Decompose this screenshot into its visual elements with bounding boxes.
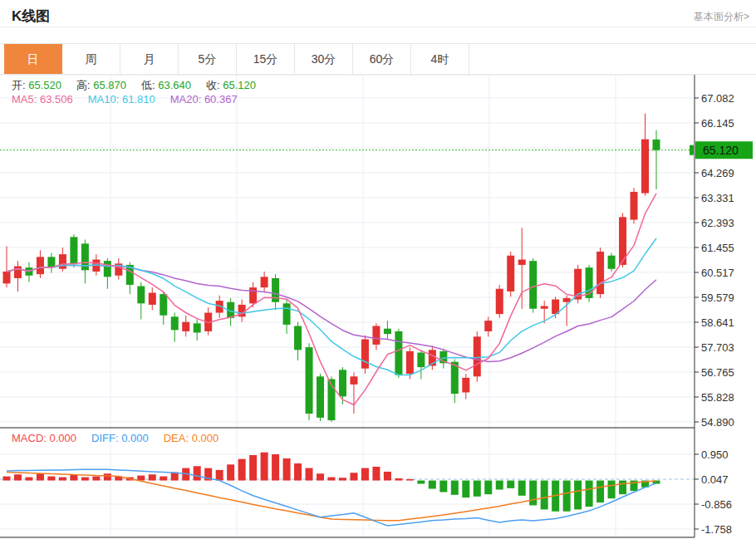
tab-30分[interactable]: 30分 [295, 44, 353, 74]
macd-bar [586, 481, 593, 507]
candle-body [47, 257, 55, 267]
tab-60分[interactable]: 60分 [353, 44, 411, 74]
candle-body [395, 331, 402, 375]
macd-axis-label: -0.856 [701, 498, 732, 511]
candle-body [474, 336, 481, 376]
macd-bar [59, 478, 66, 481]
macd-axis-label: 0.950 [701, 448, 729, 461]
macd-bar [249, 455, 257, 481]
macd-bar [372, 467, 380, 481]
candle-body [37, 257, 44, 274]
macd-bar [25, 478, 32, 481]
candle-body [361, 340, 369, 369]
fundamental-analysis-link[interactable]: 基本面分析> [694, 10, 749, 24]
candle-body [350, 376, 357, 385]
y-axis-label: 67.082 [701, 92, 734, 105]
candle-body [484, 321, 492, 331]
tab-15分[interactable]: 15分 [237, 44, 295, 74]
tab-5分[interactable]: 5分 [179, 44, 237, 74]
tab-4时[interactable]: 4时 [411, 44, 469, 74]
candle-body [372, 326, 380, 345]
candle-body [641, 140, 649, 194]
candle-body [529, 261, 537, 309]
macd-bar [317, 473, 324, 480]
title-divider [0, 27, 756, 27]
macd-bar [496, 481, 503, 490]
candle-body [14, 267, 22, 278]
candle-body [149, 293, 156, 305]
macd-bar [451, 481, 459, 495]
macd-bar [417, 481, 425, 484]
macd-bar [484, 481, 492, 495]
macd-bar [92, 477, 100, 481]
price-tag-marker [690, 145, 694, 155]
candle-body [249, 287, 257, 303]
candle-body [653, 140, 660, 150]
candle-body [70, 237, 77, 263]
y-axis-label: 64.269 [701, 167, 734, 179]
tab-月[interactable]: 月 [120, 44, 179, 74]
kline-chart: 67.08266.14564.26963.33162.39361.45560.5… [0, 73, 756, 539]
candle-body [160, 294, 167, 316]
candle-body [3, 272, 11, 283]
candle-body [283, 303, 291, 325]
macd-bar [384, 472, 391, 481]
candle-body [317, 376, 324, 418]
y-axis-label: 63.331 [701, 192, 734, 204]
macd-bar [361, 468, 369, 481]
candle-body [496, 289, 503, 314]
current-price-label: 65.120 [703, 144, 739, 157]
candle-body [339, 370, 346, 396]
candle-body [518, 260, 526, 265]
macd-bar [238, 459, 246, 481]
macd-bar [160, 477, 167, 481]
candle-body [194, 323, 201, 332]
y-axis-label: 59.579 [701, 292, 734, 304]
candle-body [417, 353, 425, 368]
candle-body [137, 287, 145, 304]
macd-bar [227, 464, 234, 480]
macd-bar [294, 463, 302, 481]
macd-bar [439, 481, 447, 492]
y-axis-label: 62.393 [701, 217, 734, 229]
y-axis-label: 55.828 [701, 391, 734, 404]
tab-周[interactable]: 周 [62, 44, 120, 74]
macd-bar [608, 481, 616, 499]
candle-body [563, 298, 571, 302]
macd-bar [529, 481, 537, 506]
macd-bar [137, 476, 145, 481]
macd-bar [272, 454, 279, 481]
macd-bar [261, 453, 268, 481]
macd-bar [328, 478, 336, 481]
macd-bar [474, 481, 481, 497]
ma5-line [7, 194, 656, 405]
interval-tabbar: 日周月5分15分30分60分4时 [0, 43, 756, 75]
macd-bar [406, 479, 414, 481]
candle-body [384, 329, 391, 334]
macd-bar [462, 481, 469, 498]
macd-bar [507, 481, 514, 488]
macd-bar [37, 473, 44, 480]
macd-bar [283, 458, 291, 481]
macd-bar [104, 473, 111, 480]
candle-body [306, 347, 313, 414]
macd-bar [395, 478, 402, 481]
candle-body [507, 256, 514, 292]
candle-body [608, 256, 616, 269]
macd-bar [574, 481, 582, 510]
candle-body [182, 322, 189, 331]
macd-bar [350, 473, 357, 480]
macd-bar [47, 477, 55, 481]
candle-body [462, 378, 469, 393]
macd-bar [518, 481, 526, 496]
macd-axis-label: -1.758 [701, 523, 732, 536]
y-axis-label: 54.890 [701, 416, 734, 429]
tab-日[interactable]: 日 [4, 44, 62, 74]
y-axis-label: 57.703 [701, 341, 734, 354]
y-axis-label: 66.145 [701, 117, 734, 130]
macd-bar [339, 478, 346, 480]
macd-bar [306, 468, 313, 481]
y-axis-label: 58.641 [701, 316, 734, 329]
candle-body [406, 351, 414, 374]
macd-bar [216, 470, 223, 481]
